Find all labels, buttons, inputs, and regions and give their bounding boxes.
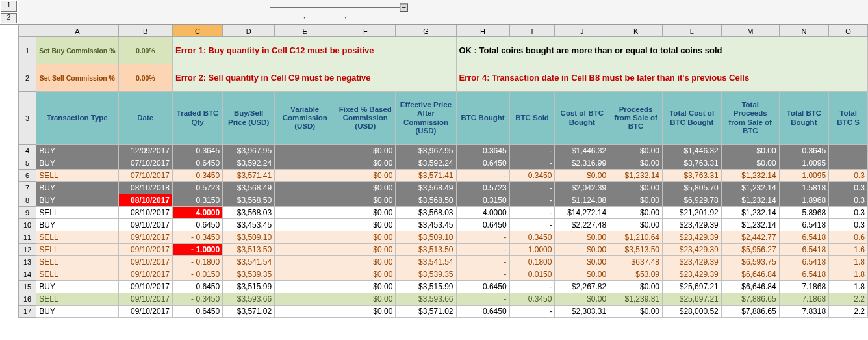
outline-level-1-button[interactable]: 1 xyxy=(1,1,17,12)
cell[interactable]: BUY xyxy=(36,194,118,207)
cell[interactable]: $3,513.50 xyxy=(223,244,275,256)
cell[interactable]: 0.3150 xyxy=(173,194,223,207)
cell[interactable]: $0.00 xyxy=(609,207,663,219)
cell[interactable]: 2.2 xyxy=(829,306,868,318)
cell[interactable]: 08/10/2017 xyxy=(118,194,172,207)
cell[interactable]: $3,453.45 xyxy=(223,219,275,231)
row-header[interactable]: 9 xyxy=(19,207,36,219)
cell[interactable]: $6,929.78 xyxy=(663,194,722,207)
cell[interactable]: 09/10/2017 xyxy=(118,231,172,244)
cell[interactable]: $6,646.84 xyxy=(721,268,779,281)
cell[interactable]: $3,592.24 xyxy=(396,157,456,170)
row-header[interactable]: 5 xyxy=(19,157,36,170)
cell[interactable]: $3,509.10 xyxy=(396,231,456,244)
cell[interactable]: $1,446.32 xyxy=(663,145,722,157)
col-header-d[interactable]: D xyxy=(223,25,275,37)
cell[interactable]: $0.00 xyxy=(609,281,663,293)
cell[interactable]: 0.3645 xyxy=(779,145,828,157)
cell[interactable]: 1.8968 xyxy=(779,194,828,207)
cell[interactable]: - xyxy=(456,244,509,256)
cell[interactable]: $3,568.49 xyxy=(396,182,456,194)
cell[interactable]: $0.00 xyxy=(555,244,609,256)
cell[interactable]: $2,303.31 xyxy=(555,306,609,318)
cell[interactable]: $0.00 xyxy=(335,244,396,256)
row-header[interactable]: 4 xyxy=(19,145,36,157)
cell[interactable]: $0.00 xyxy=(609,219,663,231)
col-header-h[interactable]: H xyxy=(456,25,509,37)
cell[interactable]: - 0.3450 xyxy=(173,293,223,306)
cell[interactable]: $6,646.84 xyxy=(721,281,779,293)
cell[interactable]: $0.00 xyxy=(609,157,663,170)
cell[interactable]: $0.00 xyxy=(335,256,396,268)
cell[interactable]: SELL xyxy=(36,231,118,244)
cell[interactable]: $1,239.81 xyxy=(609,293,663,306)
cell[interactable]: - 0.3450 xyxy=(173,170,223,182)
cell[interactable] xyxy=(275,145,335,157)
cell[interactable]: $3,593.66 xyxy=(396,293,456,306)
row-header-3[interactable]: 3 xyxy=(19,92,36,145)
cell[interactable]: $2,316.99 xyxy=(555,157,609,170)
cell[interactable]: $0.00 xyxy=(721,145,779,157)
col-header-l[interactable]: L xyxy=(663,25,722,37)
col-header-n[interactable]: N xyxy=(779,25,828,37)
cell[interactable]: $1,232.14 xyxy=(721,219,779,231)
row-header[interactable]: 14 xyxy=(19,268,36,281)
cell[interactable]: $1,232.14 xyxy=(721,194,779,207)
cell[interactable] xyxy=(275,194,335,207)
cell[interactable]: 7.1868 xyxy=(779,293,828,306)
cell[interactable]: $0.00 xyxy=(335,182,396,194)
cell[interactable]: $0.00 xyxy=(335,306,396,318)
cell[interactable]: $3,568.03 xyxy=(223,207,275,219)
cell[interactable]: SELL xyxy=(36,244,118,256)
cell[interactable]: 0.6450 xyxy=(173,219,223,231)
cell[interactable] xyxy=(275,157,335,170)
cell[interactable]: BUY xyxy=(36,157,118,170)
cell[interactable]: $28,000.52 xyxy=(663,306,722,318)
cell[interactable]: 5.8968 xyxy=(779,207,828,219)
cell[interactable]: $2,227.48 xyxy=(555,219,609,231)
cell[interactable]: BUY xyxy=(36,219,118,231)
cell[interactable]: $0.00 xyxy=(609,182,663,194)
cell[interactable]: $0.00 xyxy=(335,207,396,219)
row-header[interactable]: 16 xyxy=(19,293,36,306)
cell[interactable]: 0.3645 xyxy=(173,145,223,157)
cell[interactable]: $3,571.02 xyxy=(396,306,456,318)
cell[interactable]: $7,886.65 xyxy=(721,306,779,318)
cell[interactable]: - 0.3450 xyxy=(173,231,223,244)
row-header[interactable]: 10 xyxy=(19,219,36,231)
cell[interactable]: - xyxy=(509,194,555,207)
cell[interactable]: 09/10/2017 xyxy=(118,306,172,318)
cell[interactable]: $1,232.14 xyxy=(721,182,779,194)
cell[interactable]: 1.0095 xyxy=(779,170,828,182)
cell[interactable] xyxy=(275,281,335,293)
col-header-o[interactable]: O xyxy=(829,25,868,37)
cell[interactable]: $3,509.10 xyxy=(223,231,275,244)
cell[interactable]: 0.3 xyxy=(829,194,868,207)
cell[interactable]: BUY xyxy=(36,182,118,194)
cell[interactable]: - 1.0000 xyxy=(173,244,223,256)
cell[interactable]: $0.00 xyxy=(335,145,396,157)
cell[interactable] xyxy=(275,207,335,219)
col-header-c[interactable]: C xyxy=(173,25,223,37)
cell[interactable]: SELL xyxy=(36,207,118,219)
cell[interactable]: - xyxy=(456,231,509,244)
cell[interactable]: $0.00 xyxy=(609,145,663,157)
cell[interactable]: $3,539.35 xyxy=(223,268,275,281)
row-header[interactable]: 15 xyxy=(19,281,36,293)
cell[interactable]: $0.00 xyxy=(555,231,609,244)
cell[interactable]: 0.6450 xyxy=(173,157,223,170)
cell[interactable]: $3,453.45 xyxy=(396,219,456,231)
cell[interactable]: $3,592.24 xyxy=(223,157,275,170)
cell[interactable]: 1.0000 xyxy=(509,244,555,256)
cell[interactable]: $3,515.99 xyxy=(223,281,275,293)
cell[interactable]: - 0.1800 xyxy=(173,256,223,268)
cell[interactable]: 12/09/2017 xyxy=(118,145,172,157)
cell[interactable]: BUY xyxy=(36,306,118,318)
cell[interactable]: $2,442.77 xyxy=(721,231,779,244)
cell[interactable]: $1,232.14 xyxy=(721,207,779,219)
cell[interactable]: - xyxy=(509,182,555,194)
col-header-f[interactable]: F xyxy=(335,25,396,37)
value-sell-commission-pct[interactable]: 0.00% xyxy=(118,64,172,92)
cell[interactable]: $0.00 xyxy=(555,293,609,306)
cell[interactable]: 6.5418 xyxy=(779,219,828,231)
